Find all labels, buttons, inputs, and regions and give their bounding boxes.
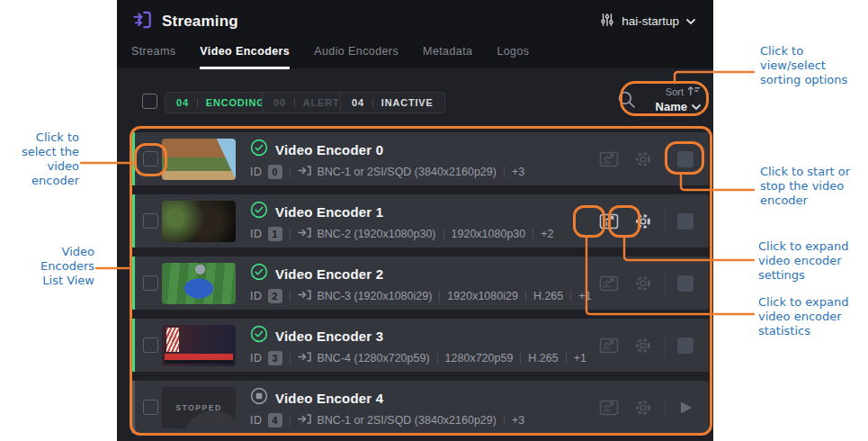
more-detail: +1 — [578, 290, 591, 302]
encoder-checkbox[interactable] — [143, 275, 158, 291]
chip-count: 04 — [176, 97, 189, 108]
id-badge: 1 — [268, 227, 282, 241]
id-label: ID — [250, 414, 263, 427]
resolution-detail: 1920x1080p30 — [452, 228, 526, 240]
encoder-name: Video Encoder 0 — [275, 142, 383, 158]
input-detail: BNC-4 (1280x720p59) — [318, 352, 430, 364]
encoder-thumbnail — [162, 263, 236, 304]
codec-detail: H.265 — [528, 352, 558, 364]
encoder-name: Video Encoder 3 — [275, 328, 383, 344]
more-detail: +1 — [574, 352, 586, 364]
resolution-detail: 1920x1080i29 — [447, 290, 518, 302]
page-title: Streaming — [162, 13, 238, 31]
play-button[interactable] — [677, 400, 694, 416]
input-icon — [298, 289, 312, 303]
input-detail: BNC-1 or 2SI/SQD (3840x2160p29) — [318, 166, 497, 178]
tab-logos[interactable]: Logos — [497, 45, 529, 69]
id-badge: 4 — [268, 413, 282, 428]
sort-value: Name — [656, 100, 687, 113]
statistics-icon[interactable] — [599, 212, 619, 230]
sort-label: Sort — [666, 86, 684, 97]
encoder-checkbox[interactable] — [143, 213, 158, 229]
encoder-thumbnail — [162, 139, 236, 180]
settings-gear-icon[interactable] — [633, 212, 653, 231]
resolution-detail: 1280x720p59 — [445, 352, 514, 364]
input-detail: BNC-1 or 2SI/SQD (3840x2160p29) — [318, 414, 497, 427]
encoder-row-4[interactable]: STOPPED Video Encoder 4 ID 4 — [131, 381, 709, 434]
tab-video-encoders[interactable]: Video Encoders — [200, 45, 290, 69]
more-detail: +3 — [512, 166, 524, 178]
account-menu[interactable]: hai-startup — [600, 13, 695, 30]
input-icon — [298, 227, 312, 241]
encoder-row-2[interactable]: Video Encoder 2 ID 2 BNC-3 (1920x1080i29… — [131, 256, 709, 310]
chip-label: ALERT — [303, 97, 340, 108]
annotation-start-stop: Click to start or stop the video encoder — [760, 165, 861, 208]
encoder-row-3[interactable]: Video Encoder 3 ID 3 BNC-4 (1280x720p59)… — [131, 319, 709, 372]
tab-metadata[interactable]: Metadata — [423, 45, 472, 69]
sliders-icon — [600, 13, 614, 30]
tab-streams[interactable]: Streams — [131, 45, 175, 69]
statistics-icon[interactable] — [599, 399, 619, 417]
sort-ascending-icon — [687, 85, 701, 98]
encoder-checkbox[interactable] — [143, 400, 158, 415]
encoder-name: Video Encoder 2 — [275, 266, 383, 282]
streaming-app-panel: Streaming hai-startup Streams Video Enco… — [117, 0, 713, 441]
status-encoding-icon — [250, 139, 268, 160]
encoder-thumbnail — [162, 325, 236, 366]
stop-button[interactable] — [677, 338, 694, 354]
encoder-checkbox[interactable] — [143, 151, 158, 166]
encoder-thumbnail — [162, 201, 236, 242]
annotation-list-view: Video Encoders List View — [33, 245, 94, 288]
chip-label: ENCODING — [206, 97, 265, 108]
more-detail: +2 — [541, 228, 553, 240]
input-detail: BNC-3 (1920x1080i29) — [318, 290, 433, 302]
encoder-row-1[interactable]: Video Encoder 1 ID 1 BNC-2 (1920x1080p30… — [131, 194, 709, 248]
statistics-icon[interactable] — [599, 274, 619, 292]
id-badge: 0 — [268, 165, 282, 179]
codec-detail: H.265 — [533, 290, 563, 302]
input-icon — [298, 413, 312, 428]
stop-button[interactable] — [677, 213, 694, 230]
tab-bar: Streams Video Encoders Audio Encoders Me… — [131, 45, 529, 69]
settings-gear-icon[interactable] — [633, 149, 653, 169]
id-label: ID — [250, 352, 263, 364]
select-all-checkbox[interactable] — [142, 94, 157, 109]
stop-button[interactable] — [677, 151, 694, 167]
encoder-name: Video Encoder 1 — [275, 204, 383, 220]
filter-chip-inactive[interactable]: 04 INACTIVE — [340, 92, 445, 113]
screenshot-canvas: Streaming hai-startup Streams Video Enco… — [0, 0, 868, 441]
tab-audio-encoders[interactable]: Audio Encoders — [314, 45, 398, 69]
annotation-select: Click to select the video encoder — [20, 130, 79, 188]
settings-gear-icon[interactable] — [633, 336, 653, 356]
statistics-icon[interactable] — [599, 337, 619, 355]
id-badge: 2 — [268, 289, 282, 303]
id-label: ID — [250, 228, 263, 240]
encoder-checkbox[interactable] — [143, 338, 158, 353]
encoder-thumbnail: STOPPED — [162, 387, 236, 428]
status-encoding-icon — [250, 325, 268, 346]
encoder-row-0[interactable]: Video Encoder 0 ID 0 BNC-1 or 2SI/SQD (3… — [131, 132, 709, 185]
id-label: ID — [250, 290, 263, 302]
encoder-name: Video Encoder 4 — [275, 391, 383, 406]
input-detail: BNC-2 (1920x1080p30) — [318, 228, 436, 240]
chip-count: 00 — [273, 97, 286, 108]
annotation-settings: Click to expand video encoder settings — [758, 239, 855, 283]
filter-chip-alert[interactable]: 00 ALERT — [262, 92, 352, 113]
stopped-overlay-label: STOPPED — [175, 403, 222, 412]
statistics-icon[interactable] — [599, 150, 619, 168]
streaming-logo-icon — [131, 9, 153, 34]
status-encoding-icon — [250, 201, 268, 222]
chip-label: INACTIVE — [381, 97, 434, 108]
sort-control[interactable]: Sort Name — [643, 85, 701, 113]
input-icon — [298, 351, 312, 365]
search-icon[interactable] — [617, 90, 636, 112]
settings-gear-icon[interactable] — [633, 398, 653, 418]
status-stopped-icon — [250, 387, 268, 409]
annotation-statistics: Click to expand video encoder statistics — [758, 295, 855, 338]
chevron-down-icon — [692, 100, 701, 113]
annotation-sorting: Click to view/select sorting options — [760, 44, 857, 87]
settings-gear-icon[interactable] — [633, 274, 653, 293]
chip-count: 04 — [352, 97, 364, 108]
stop-button[interactable] — [677, 275, 694, 292]
filter-chip-encoding[interactable]: 04 ENCODING — [165, 92, 277, 113]
